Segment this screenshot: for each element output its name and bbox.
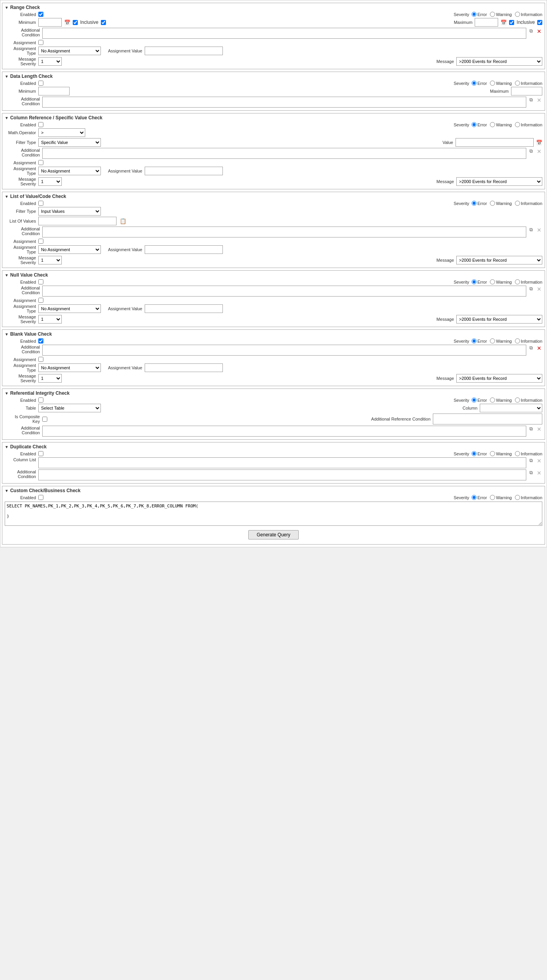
ri-delete-icon[interactable]: ✕ xyxy=(536,426,542,433)
nv-delete-icon[interactable]: ✕ xyxy=(536,286,542,293)
nv-atype-select[interactable]: No Assignment xyxy=(38,304,101,313)
cc-enabled-cb[interactable] xyxy=(38,495,43,500)
cr-severity-warning[interactable]: Warning xyxy=(490,122,512,127)
dc-collist-delete-icon[interactable]: ✕ xyxy=(536,457,542,464)
lv-msg-sev-select[interactable]: 1 xyxy=(38,256,62,264)
duplicate-header[interactable]: Duplicate Check xyxy=(5,444,542,450)
range-severity-error[interactable]: Error xyxy=(472,12,487,17)
bv-severity-warning[interactable]: Warning xyxy=(490,338,512,343)
bv-enabled-cb[interactable] xyxy=(38,338,43,343)
ri-column-select[interactable] xyxy=(480,404,542,412)
range-max-inclusive-cb[interactable] xyxy=(509,20,514,25)
nv-message-select[interactable]: >2000 Events for Record xyxy=(456,315,542,324)
dc-severity-info[interactable]: Information xyxy=(515,451,542,456)
nv-additional-input[interactable] xyxy=(42,286,526,297)
ri-composite-cb[interactable] xyxy=(42,417,47,422)
ri-copy-icon[interactable]: ⧉ xyxy=(529,426,534,432)
dc-enabled-cb[interactable] xyxy=(38,451,43,456)
cr-atype-select[interactable]: No Assignment xyxy=(38,167,101,175)
dc-delete-icon[interactable]: ✕ xyxy=(536,469,542,477)
dl-min-input[interactable] xyxy=(38,87,70,95)
lv-severity-warning[interactable]: Warning xyxy=(490,201,512,206)
generate-query-button[interactable]: Generate Query xyxy=(248,530,298,539)
cr-filtertype-select[interactable]: Specific Value Column Reference xyxy=(38,138,101,147)
nv-msg-sev-select[interactable]: 1 xyxy=(38,315,62,324)
null-val-header[interactable]: Null Value Check xyxy=(5,272,542,278)
dc-severity-error[interactable]: Error xyxy=(472,451,487,456)
range-minimum-input[interactable] xyxy=(38,18,62,27)
cc-severity-warning[interactable]: Warning xyxy=(490,495,512,500)
cc-query-textarea[interactable]: SELECT PK_NAMES,PK_1,PK_2,PK_3,PK_4,PK_5… xyxy=(5,502,542,526)
dc-collist-copy-icon[interactable]: ⧉ xyxy=(529,457,534,464)
dc-additional-input[interactable] xyxy=(38,469,526,480)
cr-delete-icon[interactable]: ✕ xyxy=(536,148,542,155)
ri-severity-info[interactable]: Information xyxy=(515,397,542,403)
lv-avalue-input[interactable] xyxy=(145,245,223,254)
lv-message-select[interactable]: >2000 Events for Record xyxy=(456,256,542,264)
cr-value-input[interactable] xyxy=(456,138,534,147)
dl-severity-warning[interactable]: Warning xyxy=(490,81,512,86)
bv-atype-select[interactable]: No Assignment xyxy=(38,363,101,372)
dl-additional-input[interactable] xyxy=(42,97,526,108)
bv-severity-info[interactable]: Information xyxy=(515,338,542,343)
range-copy-icon[interactable]: ⧉ xyxy=(529,28,534,34)
dl-delete-icon[interactable]: ✕ xyxy=(536,97,542,104)
cr-message-select[interactable]: >2000 Events for Record xyxy=(456,177,542,186)
cr-cal-icon[interactable]: 📅 xyxy=(536,140,542,146)
ref-integrity-header[interactable]: Referential Integrity Check xyxy=(5,390,542,396)
ri-additional-input[interactable] xyxy=(42,426,526,437)
list-val-header[interactable]: List of Value/Code Check xyxy=(5,194,542,199)
nv-severity-error[interactable]: Error xyxy=(472,279,487,284)
lv-copy-icon[interactable]: ⧉ xyxy=(529,227,534,233)
bv-delete-icon[interactable]: ✕ xyxy=(536,345,542,352)
dl-enabled-cb[interactable] xyxy=(38,81,43,86)
range-assignment-cb[interactable] xyxy=(38,40,43,45)
dl-copy-icon[interactable]: ⧉ xyxy=(529,97,534,103)
cr-mathop-select[interactable]: > < = xyxy=(38,128,85,137)
dl-max-input[interactable] xyxy=(511,87,542,95)
range-assignment-type-select[interactable]: No Assignment xyxy=(38,47,101,55)
col-ref-header[interactable]: Column Reference / Specific Value Check xyxy=(5,115,542,120)
lv-enabled-cb[interactable] xyxy=(38,201,43,206)
bv-message-select[interactable]: >2000 Events for Record xyxy=(456,374,542,383)
lv-filtertype-select[interactable]: Input Values Code List xyxy=(38,207,101,216)
range-min-cal-icon[interactable]: 📅 xyxy=(64,20,70,25)
cr-msg-sev-select[interactable]: 1 xyxy=(38,177,62,186)
ri-enabled-cb[interactable] xyxy=(38,397,43,403)
range-min-inclusive-cb[interactable] xyxy=(73,20,78,25)
range-max-inclusive2-cb[interactable] xyxy=(537,20,542,25)
bv-additional-input[interactable] xyxy=(42,345,526,356)
range-enabled-checkbox[interactable] xyxy=(38,12,43,17)
cr-assignment-cb[interactable] xyxy=(38,160,43,165)
nv-enabled-cb[interactable] xyxy=(38,279,43,284)
bv-copy-icon[interactable]: ⧉ xyxy=(529,345,534,351)
cr-additional-input[interactable] xyxy=(42,148,526,159)
cr-severity-info[interactable]: Information xyxy=(515,122,542,127)
dc-severity-warning[interactable]: Warning xyxy=(490,451,512,456)
dl-severity-error[interactable]: Error xyxy=(472,81,487,86)
dc-collist-input[interactable] xyxy=(38,457,526,468)
cc-severity-error[interactable]: Error xyxy=(472,495,487,500)
lv-assignment-cb[interactable] xyxy=(38,239,43,244)
bv-avalue-input[interactable] xyxy=(145,363,223,372)
range-severity-warning[interactable]: Warning xyxy=(490,12,512,17)
range-message-select[interactable]: >2000 Events for Record xyxy=(456,57,542,66)
range-delete-icon[interactable]: ✕ xyxy=(536,28,542,35)
lv-delete-icon[interactable]: ✕ xyxy=(536,227,542,234)
lv-severity-info[interactable]: Information xyxy=(515,201,542,206)
range-severity-info[interactable]: Information xyxy=(515,12,542,17)
cr-copy-icon[interactable]: ⧉ xyxy=(529,148,534,154)
nv-copy-icon[interactable]: ⧉ xyxy=(529,286,534,292)
range-check-header[interactable]: Range Check xyxy=(5,5,542,10)
lv-additional-input[interactable] xyxy=(42,227,526,237)
nv-severity-warning[interactable]: Warning xyxy=(490,279,512,284)
blank-val-header[interactable]: Blank Value Check xyxy=(5,331,542,337)
lv-listval-icon[interactable]: 📋 xyxy=(119,218,127,225)
lv-severity-error[interactable]: Error xyxy=(472,201,487,206)
ri-addref-input[interactable] xyxy=(433,414,542,424)
ri-severity-error[interactable]: Error xyxy=(472,397,487,403)
custom-check-header[interactable]: Custom Check/Business Check xyxy=(5,488,542,493)
range-msg-severity-select[interactable]: 1 xyxy=(38,57,62,66)
nv-assignment-cb[interactable] xyxy=(38,298,43,303)
data-length-header[interactable]: Data Length Check xyxy=(5,74,542,79)
